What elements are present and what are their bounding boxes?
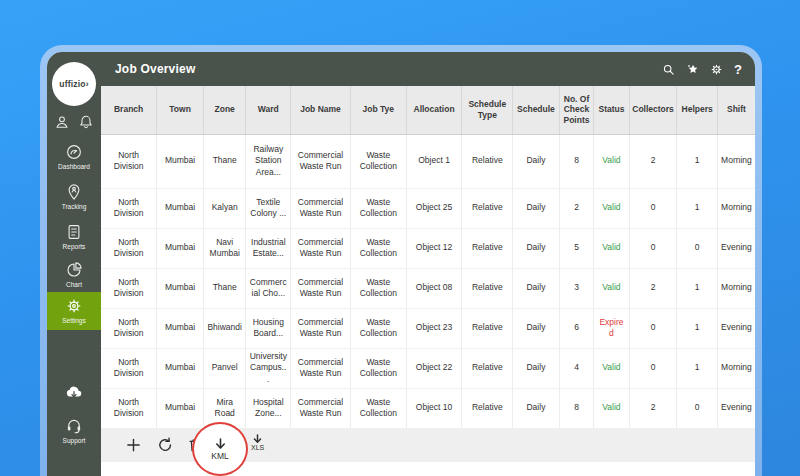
settings-gear-icon xyxy=(65,297,83,315)
sidebar-item-backup[interactable] xyxy=(47,380,101,406)
table-cell: Mumbai xyxy=(157,348,204,388)
bottom-toolbar: KML XLS xyxy=(101,428,755,462)
column-header[interactable]: Ward xyxy=(246,86,291,134)
table-cell: Mumbai xyxy=(157,308,204,348)
table-cell: 5 xyxy=(559,228,593,268)
dashboard-gauge-icon xyxy=(65,143,83,161)
cloud-download-icon xyxy=(65,383,83,401)
table-row[interactable]: North DivisionMumbaiPanvelUniversity Cam… xyxy=(101,348,755,388)
sidebar-item-tracking[interactable]: Tracking xyxy=(47,180,101,213)
column-header[interactable]: No. Of Check Points xyxy=(559,86,593,134)
table-cell: 8 xyxy=(559,388,593,428)
table-cell: Morning xyxy=(717,188,755,228)
xls-download-button[interactable]: XLS xyxy=(251,434,264,451)
column-header[interactable]: Schedule Type xyxy=(462,86,513,134)
table-cell: Waste Collection xyxy=(350,228,406,268)
table-cell: Commercial Waste Run xyxy=(291,308,351,348)
refresh-button[interactable] xyxy=(157,437,174,454)
table-cell: North Division xyxy=(101,188,157,228)
table-cell: 2 xyxy=(629,268,677,308)
table-area: BranchTownZoneWardJob NameJob TyeAllocat… xyxy=(101,86,755,428)
window-frame: uffizio› Dashboard xyxy=(40,45,762,476)
column-header[interactable]: Branch xyxy=(101,86,157,134)
table-cell: 4 xyxy=(559,348,593,388)
table-cell: Thane xyxy=(203,268,246,308)
table-cell: Waste Collection xyxy=(350,188,406,228)
sidebar-item-support[interactable]: Support xyxy=(47,414,101,447)
table-row[interactable]: North DivisionMumbaiKalyanTextile Colony… xyxy=(101,188,755,228)
column-header[interactable]: Job Name xyxy=(291,86,351,134)
help-icon[interactable]: ? xyxy=(734,63,742,76)
table-row[interactable]: North DivisionMumbaiThaneRailway Station… xyxy=(101,134,755,188)
table-cell: Evening xyxy=(717,388,755,428)
search-icon[interactable] xyxy=(662,63,675,76)
title-bar-icons: ? xyxy=(662,63,742,76)
table-cell: Mumbai xyxy=(157,134,204,188)
sidebar-item-settings[interactable]: Settings xyxy=(47,292,101,330)
table-cell: Waste Collection xyxy=(350,134,406,188)
sidebar-item-chart[interactable]: Chart xyxy=(47,258,101,291)
account-icons xyxy=(47,114,101,130)
table-cell: Evening xyxy=(717,308,755,348)
sidebar-item-label: Chart xyxy=(66,281,82,288)
status-cell: Valid xyxy=(594,268,629,308)
column-header[interactable]: Helpers xyxy=(677,86,718,134)
sidebar-item-reports[interactable]: Reports xyxy=(47,220,101,253)
table-header-row: BranchTownZoneWardJob NameJob TyeAllocat… xyxy=(101,86,755,134)
status-cell: Valid xyxy=(594,388,629,428)
user-icon[interactable] xyxy=(54,114,70,130)
table-cell: 1 xyxy=(677,308,718,348)
brand-logo-circle: uffizio› xyxy=(52,62,96,106)
table-row[interactable]: North DivisionMumbaiThaneCommercial Cho.… xyxy=(101,268,755,308)
table-cell: Waste Collection xyxy=(350,268,406,308)
settings-gear-icon[interactable] xyxy=(710,63,723,76)
table-cell: Commercial Waste Run xyxy=(291,134,351,188)
column-header[interactable]: Zone xyxy=(203,86,246,134)
table-cell: University Campus... xyxy=(246,348,291,388)
column-header[interactable]: Collectors xyxy=(629,86,677,134)
table-cell: Object 22 xyxy=(406,348,462,388)
table-cell: Object 10 xyxy=(406,388,462,428)
notifications-bell-icon[interactable] xyxy=(78,114,94,130)
table-cell: 6 xyxy=(559,308,593,348)
table-cell: Textile Colony ... xyxy=(246,188,291,228)
table-cell: Morning xyxy=(717,268,755,308)
kml-download-button[interactable]: KML xyxy=(192,422,248,476)
table-row[interactable]: North DivisionMumbaiBhiwandiHousing Boar… xyxy=(101,308,755,348)
table-cell: Morning xyxy=(717,134,755,188)
table-cell: Daily xyxy=(513,308,560,348)
table-cell: Housing Board... xyxy=(246,308,291,348)
brand-logo[interactable]: uffizio› xyxy=(47,62,101,106)
column-header[interactable]: Allocation xyxy=(406,86,462,134)
table-row[interactable]: North DivisionMumbaiNavi MumbaiIndustria… xyxy=(101,228,755,268)
sidebar-item-dashboard[interactable]: Dashboard xyxy=(47,140,101,173)
table-cell: Daily xyxy=(513,268,560,308)
column-header[interactable]: Job Tye xyxy=(350,86,406,134)
title-bar: Job Overview ? xyxy=(101,52,755,86)
table-header: BranchTownZoneWardJob NameJob TyeAllocat… xyxy=(101,86,755,134)
table-cell: Relative xyxy=(462,228,513,268)
table-cell: Bhiwandi xyxy=(203,308,246,348)
table-cell: 2 xyxy=(629,388,677,428)
column-header[interactable]: Town xyxy=(157,86,204,134)
table-cell: Commercial Waste Run xyxy=(291,348,351,388)
favorites-star-icon[interactable] xyxy=(686,63,699,76)
table-row[interactable]: North DivisionMumbaiMira RoadHospital Zo… xyxy=(101,388,755,428)
table-cell: North Division xyxy=(101,134,157,188)
table-cell: 0 xyxy=(677,228,718,268)
column-header[interactable]: Schedule xyxy=(513,86,560,134)
sidebar-item-label: Reports xyxy=(63,243,86,250)
table-cell: Mumbai xyxy=(157,268,204,308)
table-cell: North Division xyxy=(101,388,157,428)
reports-document-icon xyxy=(65,223,83,241)
table-cell: 2 xyxy=(559,188,593,228)
table-cell: Commercial Waste Run xyxy=(291,188,351,228)
table-cell: Daily xyxy=(513,228,560,268)
column-header[interactable]: Status xyxy=(594,86,629,134)
table-cell: Relative xyxy=(462,188,513,228)
table-cell: Navi Mumbai xyxy=(203,228,246,268)
add-button[interactable] xyxy=(125,437,142,454)
table-cell: Commercial Cho... xyxy=(246,268,291,308)
column-header[interactable]: Shift xyxy=(717,86,755,134)
table-cell: 0 xyxy=(629,308,677,348)
